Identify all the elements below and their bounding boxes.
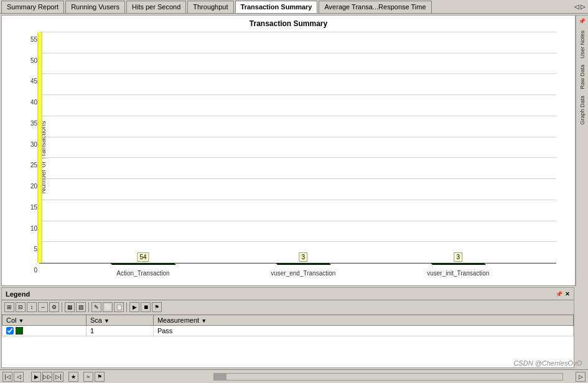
bar-value-label-2: 3 [299, 252, 308, 262]
tab-summary-report[interactable]: Summary Report [1, 1, 64, 13]
tab-avg-response-time[interactable]: Average Transa...Response Time [319, 1, 431, 13]
scroll-right-btn[interactable]: ▷ [576, 372, 586, 382]
tab-running-vusers[interactable]: Running Vusers [65, 1, 125, 13]
x-label-3: vuser_init_Transaction [427, 270, 489, 277]
user-notes-button[interactable]: User Notes [579, 30, 586, 58]
legend-title: Legend [6, 290, 30, 298]
legend-checkbox-cell[interactable] [2, 326, 86, 336]
y-tick-45: 45 [20, 78, 37, 85]
tool-btn-13[interactable]: ⚑ [152, 302, 162, 312]
tool-btn-5[interactable]: ⚙ [49, 302, 59, 312]
nav-prev[interactable]: ◁ [14, 372, 24, 382]
legend-row-1: 1 Pass [2, 326, 574, 336]
tab-throughput[interactable]: Throughput [187, 1, 233, 13]
legend-measurement-cell: Pass [153, 326, 573, 336]
tool-btn-11[interactable]: ▶ [129, 302, 139, 312]
raw-data-button[interactable]: Raw Data [579, 65, 586, 90]
col-header-sca[interactable]: Sca ▼ [86, 315, 154, 326]
y-tick-0: 0 [20, 267, 37, 274]
legend-row-checkbox[interactable] [6, 327, 14, 335]
tool-btn-9[interactable]: ⬜ [103, 302, 113, 312]
chart-plot: 0 5 10 15 20 25 30 35 40 [39, 32, 556, 264]
tool-btn-3[interactable]: ↕ [27, 302, 37, 312]
nav-star[interactable]: ★ [68, 372, 78, 382]
tab-transaction-summary[interactable]: Transaction Summary [235, 1, 318, 13]
tool-btn-1[interactable]: ⊞ [4, 302, 14, 312]
chart-title: Transaction Summary [2, 16, 575, 29]
nav-controls: |◁ ◁ ▶ ▷▷ ▷| ★ ≈ ⚑ [2, 372, 105, 382]
y-tick-10: 10 [20, 224, 37, 231]
tool-btn-8[interactable]: ✎ [91, 302, 101, 312]
y-tick-25: 25 [20, 162, 37, 168]
watermark: CSDN @CherriesOvO [513, 359, 582, 367]
tool-btn-10[interactable]: 📋 [114, 302, 124, 312]
tool-btn-12[interactable]: ⏹ [141, 302, 151, 312]
legend-header: Legend 📌 ✕ [2, 288, 574, 300]
bar-value-label-1: 54 [137, 252, 149, 262]
legend-close-icon[interactable]: ✕ [565, 291, 570, 297]
legend-table: Col ▼ Sca ▼ Measurement ▼ [2, 315, 574, 336]
col-header-measurement[interactable]: Measurement ▼ [153, 315, 573, 326]
nav-chart-icon[interactable]: ≈ [83, 372, 93, 382]
pin-icon[interactable]: 📌 [579, 18, 586, 24]
graph-data-button[interactable]: Graph Data [579, 96, 586, 125]
legend-pin-icon[interactable]: 📌 [556, 291, 562, 297]
nav-next-multi[interactable]: ▷▷ [42, 372, 52, 382]
tool-btn-4[interactable]: ↔ [38, 302, 48, 312]
nav-play[interactable]: ▶ [31, 372, 41, 382]
y-tick-15: 15 [20, 203, 37, 210]
x-label-2: vuser_end_Transaction [271, 270, 335, 277]
bar-value-label-3: 3 [454, 252, 463, 262]
tab-hits-per-second[interactable]: Hits per Second [126, 1, 186, 13]
col-header-col[interactable]: Col ▼ [2, 315, 86, 326]
x-label-1: Action_Transaction [116, 270, 169, 277]
y-tick-35: 35 [20, 119, 37, 126]
nav-flag[interactable]: ⚑ [95, 372, 105, 382]
nav-last[interactable]: ▷| [54, 372, 63, 382]
tool-btn-7[interactable]: ▧ [76, 302, 86, 312]
tool-btn-6[interactable]: ▦ [65, 302, 75, 312]
legend-color-swatch [16, 327, 23, 335]
right-panel: 📌 User Notes Raw Data Graph Data [576, 15, 588, 286]
y-tick-30: 30 [20, 141, 37, 147]
y-tick-55: 55 [20, 36, 37, 43]
tab-scroll-left-icon[interactable]: ◁ [574, 3, 579, 10]
nav-first[interactable]: |◁ [2, 372, 12, 382]
tool-btn-2[interactable]: ⊟ [16, 302, 26, 312]
y-tick-50: 50 [20, 57, 37, 63]
tab-scroll-right-icon[interactable]: ▷ [581, 3, 586, 10]
y-tick-5: 5 [20, 246, 37, 252]
y-tick-40: 40 [20, 99, 37, 106]
bottom-bar: |◁ ◁ ▶ ▷▷ ▷| ★ ≈ ⚑ ▷ [0, 369, 588, 383]
tab-bar: Summary Report Running Vusers Hits per S… [0, 0, 588, 14]
y-tick-20: 20 [20, 183, 37, 190]
legend-sca-cell: 1 [86, 326, 154, 336]
legend-toolbar: ⊞ ⊟ ↕ ↔ ⚙ ▦ ▧ ✎ ⬜ 📋 ▶ ⏹ ⚑ [2, 300, 574, 315]
